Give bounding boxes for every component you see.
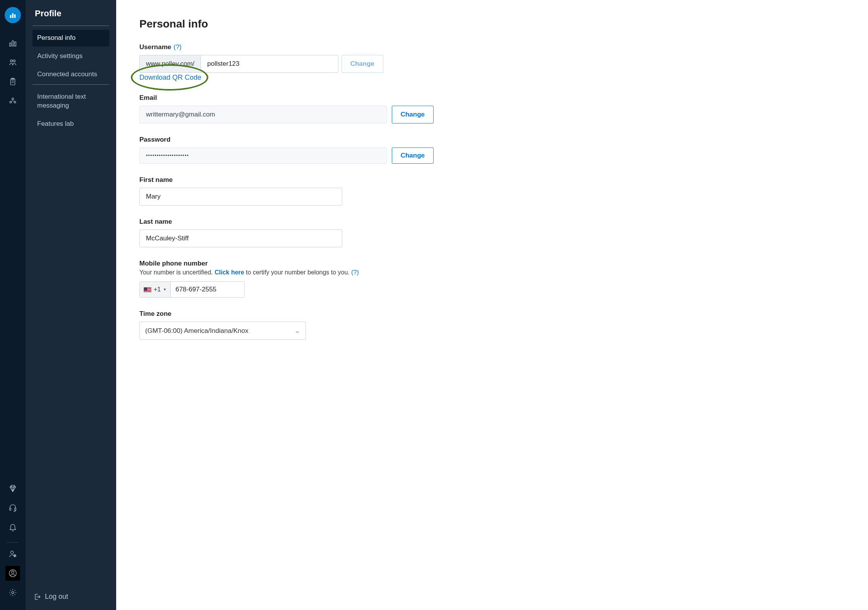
svg-point-13	[10, 101, 12, 103]
svg-point-23	[12, 591, 14, 594]
headset-icon[interactable]	[5, 500, 20, 515]
password-label: Password	[139, 136, 170, 144]
profile-icon[interactable]	[5, 566, 20, 581]
mobile-label: Mobile phone number	[139, 260, 208, 267]
people-icon[interactable]	[5, 55, 20, 70]
mobile-helper-post: to certify your number belongs to you.	[244, 269, 352, 276]
mobile-helper-pre: Your number is uncertified.	[139, 269, 214, 276]
main-content: Personal info Username (?) www.pollev.co…	[116, 0, 868, 610]
sidebar: Profile Personal info Activity settings …	[26, 0, 116, 610]
svg-rect-16	[15, 508, 16, 511]
password-value: ••••••••••••••••••••	[139, 147, 387, 164]
logout-icon	[33, 593, 41, 601]
username-change-button[interactable]: Change	[341, 55, 383, 73]
last-name-label: Last name	[139, 218, 172, 226]
logout-button[interactable]: Log out	[33, 590, 109, 603]
diamond-icon[interactable]	[5, 481, 20, 496]
first-name-label: First name	[139, 176, 173, 184]
last-name-section: Last name	[139, 218, 845, 247]
password-section: Password •••••••••••••••••••• Change	[139, 136, 845, 164]
svg-rect-1	[12, 13, 14, 18]
add-user-icon[interactable]	[5, 547, 20, 561]
phone-input-group: +1 ▼	[139, 281, 245, 298]
phone-number-input[interactable]	[171, 282, 245, 297]
svg-point-6	[10, 60, 12, 62]
password-change-button[interactable]: Change	[392, 147, 434, 164]
first-name-section: First name	[139, 176, 845, 206]
nav-international-text[interactable]: International text messaging	[33, 89, 109, 114]
nav-personal-info[interactable]: Personal info	[33, 30, 109, 46]
divider	[33, 84, 109, 85]
svg-rect-0	[10, 15, 12, 18]
first-name-input[interactable]	[139, 188, 342, 206]
svg-rect-5	[15, 42, 16, 46]
svg-point-14	[14, 101, 16, 103]
icon-rail	[0, 0, 26, 610]
timezone-value: (GMT-06:00) America/Indiana/Knox	[145, 327, 248, 335]
svg-rect-4	[12, 41, 14, 46]
username-help-link[interactable]: (?)	[173, 43, 182, 51]
last-name-input[interactable]	[139, 230, 342, 247]
logout-label: Log out	[45, 593, 68, 601]
timezone-select[interactable]: (GMT-06:00) America/Indiana/Knox ⌄	[139, 322, 306, 340]
username-section: Username (?) www.pollev.com/ Change Down…	[139, 43, 845, 82]
chevron-down-icon: ▼	[163, 288, 166, 291]
divider	[33, 26, 109, 26]
email-change-button[interactable]: Change	[392, 106, 434, 123]
email-section: Email writtermary@gmail.com Change	[139, 94, 845, 123]
phone-country-code: +1	[154, 286, 161, 293]
svg-rect-2	[14, 14, 16, 18]
svg-rect-15	[10, 508, 11, 511]
nav-activity-settings[interactable]: Activity settings	[33, 48, 109, 65]
timezone-label: Time zone	[139, 310, 172, 318]
team-icon[interactable]	[5, 94, 20, 108]
settings-icon[interactable]	[5, 585, 20, 600]
nav-features-lab[interactable]: Features lab	[33, 116, 109, 132]
email-value: writtermary@gmail.com	[139, 106, 387, 123]
username-input[interactable]	[201, 55, 338, 73]
username-url-prefix: www.pollev.com/	[139, 55, 201, 73]
page-title: Personal info	[139, 18, 845, 30]
nav-connected-accounts[interactable]: Connected accounts	[33, 66, 109, 83]
svg-point-22	[12, 571, 14, 573]
svg-point-12	[12, 98, 14, 100]
download-qr-link[interactable]: Download QR Code	[139, 74, 201, 82]
svg-point-7	[13, 60, 15, 62]
bell-icon[interactable]	[5, 520, 20, 535]
chevron-down-icon: ⌄	[295, 327, 300, 335]
us-flag-icon	[144, 287, 151, 292]
mobile-section: Mobile phone number Your number is uncer…	[139, 260, 845, 298]
phone-country-selector[interactable]: +1 ▼	[140, 282, 171, 297]
sidebar-title: Profile	[33, 9, 109, 26]
username-label: Username	[139, 43, 171, 51]
mobile-help-link[interactable]: (?)	[351, 269, 359, 276]
svg-rect-3	[10, 43, 11, 46]
mobile-certify-link[interactable]: Click here	[214, 269, 244, 276]
svg-point-17	[11, 551, 14, 554]
logo-icon[interactable]	[5, 7, 21, 23]
bar-chart-icon[interactable]	[5, 36, 20, 50]
timezone-section: Time zone (GMT-06:00) America/Indiana/Kn…	[139, 310, 845, 340]
clipboard-icon[interactable]	[5, 74, 20, 89]
email-label: Email	[139, 94, 157, 102]
